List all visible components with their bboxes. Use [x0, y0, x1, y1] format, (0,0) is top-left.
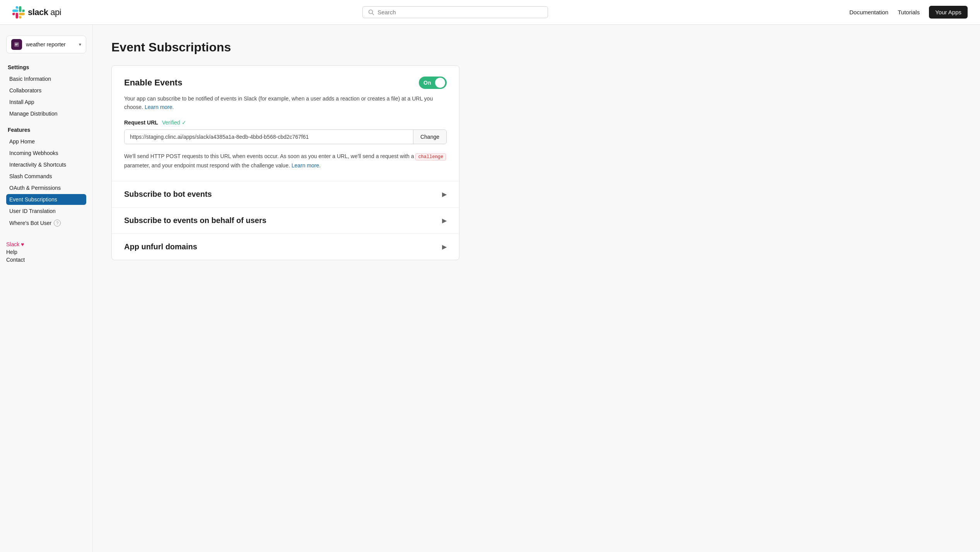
sidebar-item-manage-distribution[interactable]: Manage Distribution [6, 108, 86, 119]
unfurl-domains-section: App unfurl domains ▶ [112, 234, 459, 260]
enable-events-title: Enable Events [124, 78, 182, 88]
sidebar-item-collaborators[interactable]: Collaborators [6, 85, 86, 96]
request-url-text: Request URL [124, 119, 158, 126]
settings-label: Settings [8, 64, 85, 70]
bot-events-header[interactable]: Subscribe to bot events ▶ [112, 181, 459, 207]
enable-events-section: Enable Events On Your app can subscribe … [112, 66, 459, 181]
sidebar-item-interactivity-shortcuts[interactable]: Interactivity & Shortcuts [6, 159, 86, 170]
your-apps-button[interactable]: Your Apps [929, 6, 968, 19]
change-url-button[interactable]: Change [413, 130, 446, 144]
slack-heart-link[interactable]: Slack ♥ [6, 241, 86, 247]
app-icon [11, 39, 22, 50]
page-layout: weather reporter ▾ Settings Basic Inform… [0, 25, 980, 552]
verified-badge: Verified ✓ [162, 119, 186, 126]
documentation-link[interactable]: Documentation [849, 9, 888, 15]
search-box[interactable] [362, 6, 548, 18]
wheres-bot-user-label: Where's Bot User [9, 220, 51, 226]
tutorials-link[interactable]: Tutorials [898, 9, 920, 15]
request-url-label-area: Request URL Verified ✓ [124, 119, 447, 126]
main-content: Event Subscriptions Enable Events On You… [93, 25, 980, 552]
header-nav: Documentation Tutorials Your Apps [849, 6, 968, 19]
http-note: We'll send HTTP POST requests to this UR… [124, 152, 447, 170]
logo-link[interactable]: slack api [12, 6, 61, 19]
toggle-knob [435, 78, 445, 88]
user-events-header[interactable]: Subscribe to events on behalf of users ▶ [112, 208, 459, 233]
bot-events-chevron-icon: ▶ [442, 191, 447, 198]
user-events-section: Subscribe to events on behalf of users ▶ [112, 208, 459, 234]
bot-events-title: Subscribe to bot events [124, 190, 212, 199]
sidebar-item-incoming-webhooks[interactable]: Incoming Webhooks [6, 148, 86, 158]
enable-events-learn-more-link[interactable]: Learn more. [145, 104, 174, 110]
page-title: Event Subscriptions [111, 40, 961, 55]
unfurl-domains-title: App unfurl domains [124, 242, 197, 251]
svg-rect-3 [15, 44, 18, 44]
logo-text: slack api [28, 7, 61, 17]
unfurl-domains-chevron-icon: ▶ [442, 243, 447, 250]
bot-events-section: Subscribe to bot events ▶ [112, 181, 459, 208]
help-circle-icon: ? [54, 220, 61, 227]
sidebar-item-oauth-permissions[interactable]: OAuth & Permissions [6, 182, 86, 193]
enable-events-description: Your app can subscribe to be notified of… [124, 94, 447, 112]
verified-text: Verified [162, 119, 180, 126]
challenge-code-badge: challenge [415, 153, 446, 160]
url-input-group: Change [124, 129, 447, 144]
sidebar: weather reporter ▾ Settings Basic Inform… [0, 25, 93, 552]
header: slack api Documentation Tutorials Your A… [0, 0, 980, 25]
slack-logo-icon [12, 6, 25, 19]
search-icon [368, 9, 374, 15]
sidebar-footer: Slack ♥ Help Contact [6, 241, 86, 263]
features-section: Features App Home Incoming Webhooks Inte… [6, 127, 86, 229]
enable-events-toggle[interactable]: On [419, 77, 447, 89]
svg-line-1 [372, 13, 374, 15]
toggle-label: On [423, 80, 431, 86]
app-switcher[interactable]: weather reporter ▾ [6, 36, 86, 53]
app-switcher-chevron: ▾ [79, 42, 81, 47]
http-learn-more-link[interactable]: Learn more. [292, 162, 321, 169]
features-label: Features [8, 127, 85, 133]
search-input[interactable] [377, 9, 542, 15]
sidebar-item-install-app[interactable]: Install App [6, 97, 86, 107]
event-subscriptions-card: Enable Events On Your app can subscribe … [111, 65, 459, 260]
svg-rect-4 [15, 45, 17, 46]
contact-link[interactable]: Contact [6, 257, 86, 263]
user-events-chevron-icon: ▶ [442, 217, 447, 224]
sidebar-item-event-subscriptions[interactable]: Event Subscriptions [6, 194, 86, 205]
help-link[interactable]: Help [6, 249, 86, 255]
settings-section: Settings Basic Information Collaborators… [6, 64, 86, 119]
sidebar-item-user-id-translation[interactable]: User ID Translation [6, 206, 86, 216]
search-area [70, 6, 840, 18]
sidebar-item-wheres-bot-user[interactable]: Where's Bot User ? [6, 217, 86, 229]
enable-events-header: Enable Events On [124, 77, 447, 89]
sidebar-item-basic-information[interactable]: Basic Information [6, 73, 86, 84]
request-url-input[interactable] [125, 130, 413, 144]
user-events-title: Subscribe to events on behalf of users [124, 216, 266, 225]
verified-check-icon: ✓ [182, 119, 186, 126]
unfurl-domains-header[interactable]: App unfurl domains ▶ [112, 234, 459, 260]
sidebar-item-slash-commands[interactable]: Slash Commands [6, 171, 86, 182]
app-name-label: weather reporter [26, 41, 75, 48]
sidebar-item-app-home[interactable]: App Home [6, 136, 86, 147]
